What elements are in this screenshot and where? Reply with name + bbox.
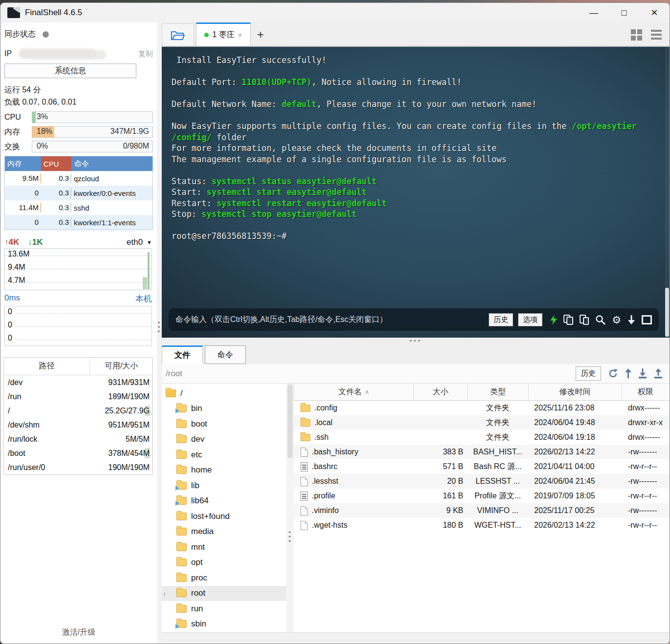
file-row[interactable]: .ssh文件夹2024/06/04 19:18drwx------ [294, 430, 670, 445]
tree-item-[interactable]: / [162, 386, 286, 401]
symlink-arrow-icon [175, 408, 179, 413]
process-col-cpu[interactable]: CPU [41, 156, 71, 171]
minimize-button[interactable]: — [579, 3, 609, 22]
download-rate: ↓1K [28, 237, 43, 247]
grid-line [5, 269, 151, 269]
download-arrow-icon[interactable] [627, 315, 635, 325]
disk-path: /dev/shm [4, 421, 108, 429]
file-col-header[interactable]: 权限 [622, 384, 670, 400]
tree-item-proc[interactable]: proc [162, 570, 286, 586]
tab-close-icon[interactable]: × [238, 31, 242, 39]
tab-commands[interactable]: 命令 [205, 345, 246, 364]
connection-manager-button[interactable] [162, 23, 194, 46]
disk-col-size[interactable]: 可用/大小 [90, 358, 152, 375]
system-info-button[interactable]: 系统信息 [4, 64, 136, 78]
interface-selector[interactable]: eth0 ▼ [127, 237, 152, 247]
tree-item-lib64[interactable]: lib64 [162, 494, 286, 509]
file-row[interactable]: .bash_history383 BBASH_HIST...2026/02/13… [294, 445, 670, 459]
folder-icon [176, 543, 187, 551]
file-mtime: 2019/07/09 18:05 [528, 489, 621, 503]
disk-row[interactable]: /run189M/190M [4, 389, 152, 404]
terminal[interactable]: Install EasyTier successfully! Default P… [162, 47, 670, 338]
disk-row[interactable]: /dev/shm951M/951M [4, 418, 152, 432]
disk-row[interactable]: /run/user/0190M/190M [4, 460, 152, 474]
tree-item-media[interactable]: media [162, 524, 286, 540]
tree-item-boot[interactable]: boot [162, 416, 286, 432]
file-row[interactable]: .local文件夹2024/06/04 19:48drwxr-xr-x [294, 415, 670, 430]
disk-row[interactable]: /run/lock5M/5M [4, 432, 152, 446]
file-col-header[interactable]: 大小 [414, 384, 468, 400]
download-file-icon[interactable] [638, 368, 647, 379]
file-col-header[interactable]: 文件名∧ [294, 384, 414, 400]
panel-splitter[interactable]: ●●● [162, 338, 670, 344]
path-history-button[interactable]: 历史 [576, 366, 601, 381]
chevron-right-icon[interactable]: › [163, 589, 166, 598]
file-row[interactable]: .lesshst20 BLESSHST ...2024/06/04 21:45-… [294, 474, 670, 489]
ping-target[interactable]: 本机 [135, 293, 152, 305]
options-button[interactable]: 选项 [518, 313, 542, 326]
file-mtime: 2025/11/17 00:25 [528, 503, 621, 518]
meter-percent: 3% [37, 112, 48, 121]
process-col-memory[interactable]: 内存 [5, 156, 41, 171]
process-row[interactable]: 11.4M0.3sshd [5, 200, 152, 215]
copy-ip-button[interactable]: 复制 [138, 49, 153, 59]
process-col-command[interactable]: 命令 [71, 156, 152, 171]
tree-item-sbin[interactable]: sbin [162, 617, 286, 632]
tree-item-mnt[interactable]: mnt [162, 539, 286, 555]
tree-item-bin[interactable]: bin [162, 401, 286, 417]
process-row[interactable]: 9.5M0.3qzcloud [5, 171, 152, 186]
tree-item-run[interactable]: run [162, 601, 286, 617]
tree-item-lostfound[interactable]: lost+found [162, 509, 286, 524]
window-icon[interactable] [642, 315, 652, 324]
copy-icon[interactable] [563, 315, 573, 325]
tree-item-etc[interactable]: etc [162, 447, 286, 463]
terminal-scrollbar[interactable] [665, 47, 669, 338]
menu-icon[interactable] [651, 30, 662, 40]
file-row[interactable]: .wget-hsts180 BWGET-HST...2026/02/13 14:… [294, 518, 670, 533]
tree-item-root[interactable]: ›root [162, 586, 286, 601]
file-col-header[interactable]: 修改时间 [529, 384, 622, 400]
tree-item-dev[interactable]: dev [162, 432, 286, 448]
disk-row[interactable]: /dev931M/931M [4, 375, 152, 389]
refresh-icon[interactable] [608, 368, 618, 379]
tab-files[interactable]: 文件 [162, 345, 203, 364]
file-name: .local [294, 415, 413, 430]
tree-scrollbar[interactable]: ●●● [286, 384, 294, 632]
tree-splitter[interactable]: ●●● [288, 530, 291, 543]
maximize-button[interactable]: □ [609, 3, 639, 22]
close-button[interactable]: ✕ [639, 3, 670, 22]
activate-upgrade-link[interactable]: 激活/升级 [0, 627, 157, 638]
history-button[interactable]: 历史 [489, 313, 513, 326]
process-row[interactable]: 00.3kworker/1:1-events [5, 215, 152, 230]
disk-col-path[interactable]: 路径 [4, 358, 90, 375]
tree-item-label: mnt [191, 542, 205, 552]
resource-meters: CPU3%内存18%347M/1.9G交换0%0/980M [4, 111, 153, 155]
upload-file-icon[interactable] [654, 368, 663, 379]
disk-row[interactable]: /boot378M/454M [4, 446, 152, 460]
command-input[interactable]: 命令输入（双击Ctrl切换,Alt历史,Tab路径/命令,Esc关闭窗口） [175, 315, 388, 325]
search-icon[interactable] [595, 315, 605, 325]
horizontal-scrollbar[interactable] [162, 632, 670, 644]
folder-icon [176, 574, 187, 582]
disk-row[interactable]: /25.2G/27.9G [4, 404, 152, 418]
lightning-icon[interactable] [550, 315, 557, 325]
file-row[interactable]: .bashrc571 BBash RC 源...2021/04/11 04:00… [294, 459, 670, 474]
process-row[interactable]: 00.3kworker/0:0-events [5, 186, 152, 200]
sidebar-splitter[interactable]: ●●● [157, 321, 160, 334]
file-row[interactable]: .viminfo9 KBVIMINFO ...2025/11/17 00:25-… [294, 503, 670, 518]
file-col-header[interactable]: 类型 [468, 384, 529, 400]
file-row[interactable]: .config文件夹2025/11/16 23:08drwx------ [294, 401, 670, 415]
tree-item-lib[interactable]: lib [162, 478, 286, 494]
tree-item-opt[interactable]: opt [162, 555, 286, 571]
settings-gear-icon[interactable]: ⚙ [612, 315, 621, 325]
parent-directory-icon[interactable] [625, 368, 631, 379]
new-tab-button[interactable]: + [251, 23, 270, 46]
file-row[interactable]: .profile161 BProfile 源文...2019/07/09 18:… [294, 489, 670, 503]
disk-size: 5M/5M [126, 435, 152, 444]
tree-item-home[interactable]: home [162, 463, 286, 478]
paste-icon[interactable] [580, 315, 589, 325]
tree-item-label: lost+found [191, 512, 230, 521]
path-input[interactable]: /root [162, 369, 182, 379]
tab-zaozhuang[interactable]: 1 枣庄 × [196, 22, 251, 46]
layout-grid-icon[interactable] [631, 29, 642, 41]
